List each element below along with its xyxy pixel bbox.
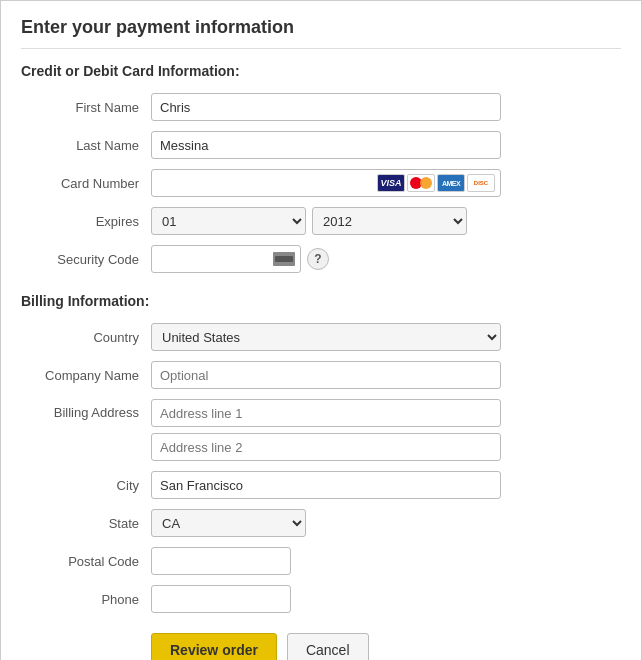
city-input[interactable] — [151, 471, 501, 499]
city-label: City — [21, 478, 151, 493]
cancel-button[interactable]: Cancel — [287, 633, 369, 660]
expires-row: Expires 01020304 05060708 09101112 20122… — [21, 207, 621, 235]
last-name-row: Last Name — [21, 131, 621, 159]
button-row: Review order Cancel — [21, 633, 621, 660]
postal-code-label: Postal Code — [21, 554, 151, 569]
address-fields — [151, 399, 501, 461]
security-code-row: Security Code ? — [21, 245, 621, 273]
company-name-label: Company Name — [21, 368, 151, 383]
state-label: State — [21, 516, 151, 531]
first-name-row: First Name — [21, 93, 621, 121]
security-input-wrapper — [151, 245, 301, 273]
page-title: Enter your payment information — [21, 17, 621, 49]
discover-icon: DISC — [467, 174, 495, 192]
billing-address-label: Billing Address — [21, 399, 151, 420]
expires-year-select[interactable]: 2012201320142015 20162017201820192020 — [312, 207, 467, 235]
expires-label: Expires — [21, 214, 151, 229]
expires-selects: 01020304 05060708 09101112 2012201320142… — [151, 207, 467, 235]
company-name-row: Company Name — [21, 361, 621, 389]
security-code-wrapper: ? — [151, 245, 329, 273]
company-name-input[interactable] — [151, 361, 501, 389]
phone-label: Phone — [21, 592, 151, 607]
state-row: State CAALAKAZAR COCTDEFLGA HIIDILINIA K… — [21, 509, 621, 537]
postal-code-row: Postal Code — [21, 547, 621, 575]
security-code-label: Security Code — [21, 252, 151, 267]
review-order-button[interactable]: Review order — [151, 633, 277, 660]
card-back-icon — [273, 252, 295, 266]
address-line1-input[interactable] — [151, 399, 501, 427]
first-name-label: First Name — [21, 100, 151, 115]
last-name-input[interactable] — [151, 131, 501, 159]
billing-section: Billing Information: Country United Stat… — [21, 293, 621, 613]
phone-input[interactable] — [151, 585, 291, 613]
card-section-heading: Credit or Debit Card Information: — [21, 63, 621, 79]
last-name-label: Last Name — [21, 138, 151, 153]
amex-icon: AMEX — [437, 174, 465, 192]
payment-form-container: Enter your payment information Credit or… — [0, 0, 642, 660]
address-line2-input[interactable] — [151, 433, 501, 461]
mastercard-icon — [407, 174, 435, 192]
country-row: Country United States Canada United King… — [21, 323, 621, 351]
card-number-label: Card Number — [21, 176, 151, 191]
state-select[interactable]: CAALAKAZAR COCTDEFLGA HIIDILINIA KSKYLAM… — [151, 509, 306, 537]
security-code-help-button[interactable]: ? — [307, 248, 329, 270]
country-label: Country — [21, 330, 151, 345]
card-section: Credit or Debit Card Information: First … — [21, 63, 621, 273]
postal-code-input[interactable] — [151, 547, 291, 575]
card-number-row: Card Number VISA AMEX DISC — [21, 169, 621, 197]
city-row: City — [21, 471, 621, 499]
country-select[interactable]: United States Canada United Kingdom Aust… — [151, 323, 501, 351]
billing-section-heading: Billing Information: — [21, 293, 621, 309]
card-number-wrapper: VISA AMEX DISC — [151, 169, 501, 197]
phone-row: Phone — [21, 585, 621, 613]
visa-icon: VISA — [377, 174, 405, 192]
first-name-input[interactable] — [151, 93, 501, 121]
expires-month-select[interactable]: 01020304 05060708 09101112 — [151, 207, 306, 235]
billing-address-row: Billing Address — [21, 399, 621, 461]
card-icons: VISA AMEX DISC — [377, 174, 495, 192]
